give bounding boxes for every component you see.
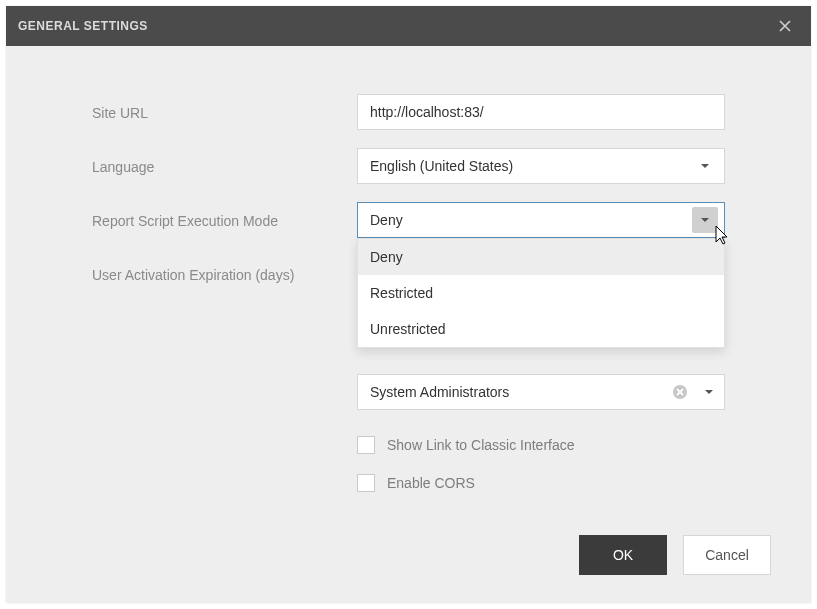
show-classic-label: Show Link to Classic Interface <box>387 437 575 453</box>
row-site-url: Site URL <box>92 94 725 130</box>
dropdown-item-deny[interactable]: Deny <box>358 239 724 275</box>
dropdown-item-restricted[interactable]: Restricted <box>358 275 724 311</box>
ok-button[interactable]: OK <box>579 535 667 575</box>
cancel-button[interactable]: Cancel <box>683 535 771 575</box>
label-script-mode: Report Script Execution Mode <box>92 211 357 229</box>
label-language: Language <box>92 157 357 175</box>
script-mode-value: Deny <box>370 212 692 228</box>
language-select[interactable]: English (United States) <box>357 148 725 184</box>
language-caret[interactable] <box>692 153 718 179</box>
general-settings-dialog: GENERAL SETTINGS Site URL Language Engli… <box>6 6 811 603</box>
row-show-classic: Show Link to Classic Interface <box>357 436 725 454</box>
label-user-activation: User Activation Expiration (days) <box>92 265 357 283</box>
sys-admins-token[interactable]: System Administrators <box>357 374 725 410</box>
sys-admins-value: System Administrators <box>370 384 670 400</box>
chevron-down-icon <box>700 161 710 171</box>
enable-cors-label: Enable CORS <box>387 475 475 491</box>
dialog-footer: OK Cancel <box>579 535 771 575</box>
label-sys-admins <box>92 391 357 393</box>
dialog-content: Site URL Language English (United States… <box>6 46 811 603</box>
sys-admins-clear[interactable] <box>670 382 690 402</box>
clear-icon <box>672 384 688 400</box>
sys-admins-caret[interactable] <box>696 379 722 405</box>
dialog-title: GENERAL SETTINGS <box>18 19 771 33</box>
row-sys-admins: System Administrators <box>92 374 725 410</box>
script-mode-caret[interactable] <box>692 207 718 233</box>
site-url-input[interactable] <box>357 94 725 130</box>
dropdown-item-unrestricted[interactable]: Unrestricted <box>358 311 724 347</box>
close-button[interactable] <box>771 12 799 40</box>
language-value: English (United States) <box>370 158 692 174</box>
row-language: Language English (United States) <box>92 148 725 184</box>
row-script-mode: Report Script Execution Mode Deny Deny R… <box>92 202 725 238</box>
close-icon <box>777 18 793 34</box>
row-enable-cors: Enable CORS <box>357 474 725 492</box>
show-classic-checkbox[interactable] <box>357 436 375 454</box>
dialog-titlebar: GENERAL SETTINGS <box>6 6 811 46</box>
enable-cors-checkbox[interactable] <box>357 474 375 492</box>
chevron-down-icon <box>700 215 710 225</box>
script-mode-dropdown: Deny Restricted Unrestricted <box>357 238 725 348</box>
script-mode-select[interactable]: Deny <box>357 202 725 238</box>
label-site-url: Site URL <box>92 103 357 121</box>
chevron-down-icon <box>704 387 714 397</box>
